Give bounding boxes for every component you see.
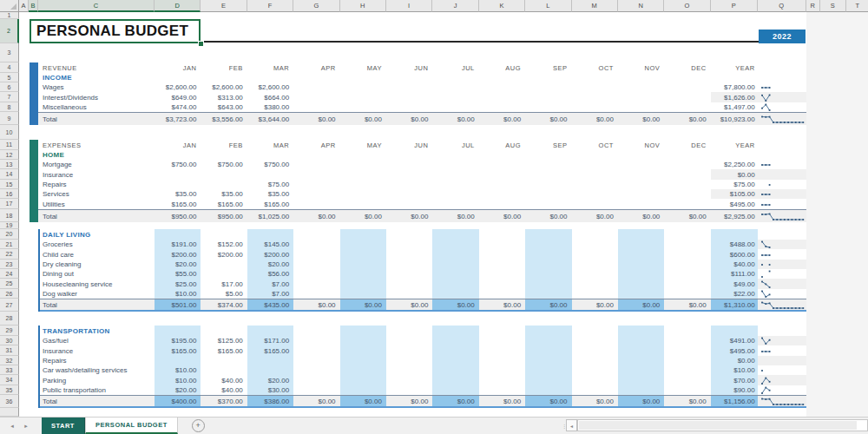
cell[interactable] (525, 160, 571, 169)
cell[interactable]: $35.00 (247, 189, 293, 199)
total-cell[interactable]: $400.00 (155, 396, 201, 406)
cell[interactable] (618, 260, 664, 269)
year-cell[interactable]: $495.00 (711, 199, 758, 209)
cell[interactable] (664, 326, 710, 336)
year-cell[interactable]: $90.00 (711, 385, 758, 395)
cell[interactable] (525, 102, 571, 112)
month-header-MAY[interactable]: MAY (340, 140, 386, 150)
cell[interactable] (525, 336, 571, 345)
cell[interactable] (618, 150, 664, 160)
cell[interactable] (664, 356, 710, 365)
cell[interactable] (572, 169, 618, 180)
cell[interactable] (340, 169, 386, 180)
col-header-K[interactable]: K (479, 0, 525, 12)
total-cell[interactable]: $435.00 (247, 299, 293, 310)
cell[interactable] (525, 260, 571, 269)
row-header-17[interactable]: 17 (0, 199, 19, 209)
cell[interactable] (386, 82, 432, 92)
cell[interactable] (525, 180, 571, 189)
row-header-37[interactable] (0, 408, 19, 417)
cell[interactable] (664, 240, 710, 249)
cell[interactable] (572, 385, 618, 395)
year-cell[interactable]: $1,497.00 (711, 102, 758, 112)
row-header-1[interactable]: 1 (0, 12, 19, 19)
cell[interactable] (293, 189, 339, 199)
cell[interactable] (386, 169, 432, 180)
total-cell[interactable]: $0.00 (432, 299, 478, 310)
cell[interactable] (572, 269, 618, 279)
row-header-23[interactable]: 23 (0, 260, 19, 269)
total-cell[interactable]: $0.00 (525, 210, 571, 222)
cell[interactable]: $2,600.00 (155, 82, 201, 92)
total-cell[interactable]: $0.00 (386, 396, 432, 406)
cell[interactable]: $750.00 (155, 160, 201, 169)
total-cell[interactable]: $0.00 (572, 396, 618, 406)
cell[interactable] (247, 229, 293, 240)
row-label[interactable]: Utilities (38, 199, 155, 209)
year-cell[interactable]: $491.00 (711, 336, 758, 345)
cell[interactable] (479, 92, 525, 102)
cell[interactable] (525, 150, 571, 160)
cell[interactable] (525, 92, 571, 102)
cell[interactable] (201, 356, 247, 365)
month-header-MAR[interactable]: MAR (247, 140, 293, 150)
row-header-32[interactable]: 32 (0, 356, 19, 365)
row-header-19[interactable]: 19 (0, 222, 19, 229)
total-cell[interactable]: $0.00 (525, 113, 571, 125)
cell[interactable]: $20.00 (155, 260, 201, 269)
total-cell[interactable]: $0.00 (340, 396, 386, 406)
cell[interactable]: $171.00 (247, 336, 293, 345)
cell[interactable]: $165.00 (155, 345, 201, 356)
row-header-21[interactable]: 21 (0, 240, 19, 249)
total-cell[interactable]: $0.00 (618, 113, 664, 125)
cell[interactable]: $165.00 (201, 199, 247, 209)
year-cell[interactable]: $75.00 (711, 180, 758, 189)
cell[interactable] (201, 169, 247, 180)
cell[interactable]: $55.00 (155, 269, 201, 279)
month-header-JAN[interactable]: JAN (155, 62, 201, 73)
cell[interactable] (479, 160, 525, 169)
title-cell[interactable]: PERSONAL BUDGET (30, 19, 201, 43)
cell[interactable] (711, 150, 758, 160)
cell[interactable] (479, 345, 525, 356)
row-header-3[interactable]: 3 (0, 43, 19, 62)
cell[interactable]: $20.00 (247, 260, 293, 269)
cell[interactable] (618, 92, 664, 102)
cell[interactable] (525, 73, 571, 82)
cell[interactable] (293, 229, 339, 240)
cell[interactable] (386, 260, 432, 269)
cell[interactable]: $750.00 (201, 160, 247, 169)
row-header-16[interactable]: 16 (0, 189, 19, 199)
cell[interactable] (247, 356, 293, 365)
cell[interactable] (618, 82, 664, 92)
cell[interactable] (247, 326, 293, 336)
row-label[interactable]: Repairs (38, 356, 155, 365)
cell[interactable] (340, 260, 386, 269)
cell[interactable] (618, 326, 664, 336)
total-cell[interactable]: $0.00 (525, 396, 571, 406)
total-label[interactable]: Total (38, 210, 155, 222)
cell[interactable] (711, 326, 758, 336)
total-cell[interactable]: $0.00 (479, 210, 525, 222)
cell[interactable] (293, 180, 339, 189)
cell[interactable] (479, 279, 525, 289)
cell[interactable] (618, 180, 664, 189)
cell[interactable] (525, 240, 571, 249)
cell[interactable] (293, 82, 339, 92)
cell[interactable] (664, 150, 710, 160)
cell[interactable]: $5.00 (201, 289, 247, 299)
cell[interactable] (664, 345, 710, 356)
total-cell[interactable]: $0.00 (479, 396, 525, 406)
row-label[interactable]: Services (38, 189, 155, 199)
cell[interactable] (525, 356, 571, 365)
year-cell[interactable]: $22.00 (711, 289, 758, 299)
cell[interactable] (572, 326, 618, 336)
total-label[interactable]: Total (38, 299, 155, 310)
total-cell[interactable]: $374.00 (201, 299, 247, 310)
section-header-label[interactable]: EXPENSES (38, 140, 155, 150)
year-cell[interactable]: $105.00 (711, 189, 758, 199)
cell[interactable] (247, 150, 293, 160)
row-label[interactable]: Insurance (38, 169, 155, 180)
row-header-36[interactable]: 36 (0, 395, 19, 408)
total-cell[interactable]: $0.00 (664, 299, 710, 310)
